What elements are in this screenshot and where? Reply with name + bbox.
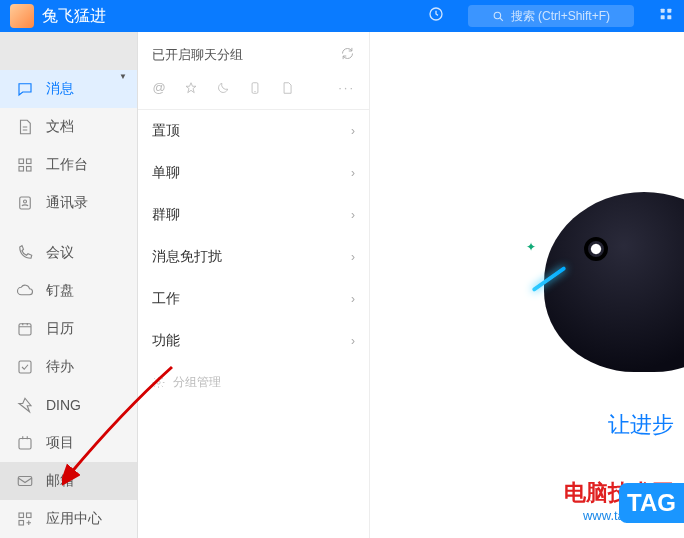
grid-icon xyxy=(16,156,34,174)
sidebar-item-messages[interactable]: 消息 xyxy=(0,70,137,108)
sidebar-item-mailbox[interactable]: 邮箱 xyxy=(0,462,137,500)
sidebar-item-ding[interactable]: DING xyxy=(0,386,137,424)
nav-label: 项目 xyxy=(46,434,74,452)
svg-rect-17 xyxy=(27,513,32,518)
doc-icon xyxy=(16,118,34,136)
nav-label: 邮箱 xyxy=(46,472,74,490)
chevron-right-icon: › xyxy=(351,166,355,180)
group-dnd[interactable]: 消息免打扰 › xyxy=(138,236,369,278)
apps-icon xyxy=(16,510,34,528)
sidebar-item-calendar[interactable]: 日历 xyxy=(0,310,137,348)
calendar-icon xyxy=(16,320,34,338)
history-icon[interactable] xyxy=(428,6,444,26)
mail-icon xyxy=(16,472,34,490)
svg-rect-3 xyxy=(667,9,671,13)
svg-rect-7 xyxy=(27,159,32,164)
title-left: 兔飞猛进 xyxy=(10,4,106,28)
cloud-icon xyxy=(16,282,34,300)
group-label: 置顶 xyxy=(152,122,180,140)
sidebar-item-drive[interactable]: 钉盘 xyxy=(0,272,137,310)
contact-icon xyxy=(16,194,34,212)
svg-rect-14 xyxy=(19,439,31,450)
svg-rect-8 xyxy=(19,166,24,171)
project-icon xyxy=(16,434,34,452)
sidebar-item-contacts[interactable]: 通讯录 xyxy=(0,184,137,222)
chat-groups-panel: 已开启聊天分组 @ ··· 置顶 › 单聊 xyxy=(138,32,370,538)
svg-point-1 xyxy=(494,12,501,19)
star-icon[interactable] xyxy=(184,81,198,95)
nav-label: 待办 xyxy=(46,358,74,376)
search-input[interactable]: 搜索 (Ctrl+Shift+F) xyxy=(468,5,634,27)
user-name: 兔飞猛进 xyxy=(42,6,106,27)
svg-point-11 xyxy=(24,200,27,203)
at-icon[interactable]: @ xyxy=(152,81,166,95)
sidebar-item-todo[interactable]: 待办 xyxy=(0,348,137,386)
avatar-area[interactable]: ▼ xyxy=(0,32,137,70)
sidebar-item-docs[interactable]: 文档 xyxy=(0,108,137,146)
chevron-right-icon: › xyxy=(351,124,355,138)
svg-rect-2 xyxy=(661,9,665,13)
chevron-right-icon: › xyxy=(351,250,355,264)
mascot-image: ✦ xyxy=(544,192,684,372)
sidebar-item-project[interactable]: 项目 xyxy=(0,424,137,462)
sidebar-item-appcenter[interactable]: 应用中心 xyxy=(0,500,137,538)
group-label: 群聊 xyxy=(152,206,180,224)
content-area: ✦ 让进步 电脑技术网 www.tagxp.com TAG xyxy=(370,32,684,538)
tagline-text: 让进步 xyxy=(608,410,674,440)
svg-rect-18 xyxy=(19,521,24,526)
more-icon[interactable]: ··· xyxy=(338,80,355,95)
svg-rect-13 xyxy=(19,361,31,373)
svg-rect-4 xyxy=(661,15,665,19)
svg-rect-5 xyxy=(667,15,671,19)
file-icon[interactable] xyxy=(280,81,294,95)
chevron-right-icon: › xyxy=(351,292,355,306)
filter-row: @ ··· xyxy=(138,74,369,110)
svg-rect-12 xyxy=(19,324,31,335)
phone-icon xyxy=(16,244,34,262)
tag-badge: TAG xyxy=(619,483,684,523)
nav-label: 通讯录 xyxy=(46,194,88,212)
group-pinned[interactable]: 置顶 › xyxy=(138,110,369,152)
chevron-right-icon: › xyxy=(351,208,355,222)
svg-rect-16 xyxy=(19,513,24,518)
sidebar: ▼ 消息 文档 工作台 通讯录 xyxy=(0,32,138,538)
group-label: 消息免打扰 xyxy=(152,248,222,266)
nav-label: 日历 xyxy=(46,320,74,338)
panel-header-text: 已开启聊天分组 xyxy=(152,46,243,64)
nav-label: 文档 xyxy=(46,118,74,136)
svg-rect-6 xyxy=(19,159,24,164)
group-label: 功能 xyxy=(152,332,180,350)
chevron-right-icon: › xyxy=(351,334,355,348)
nav-label: 钉盘 xyxy=(46,282,74,300)
todo-icon xyxy=(16,358,34,376)
nav-label: 会议 xyxy=(46,244,74,262)
caret-down-icon: ▼ xyxy=(119,72,127,81)
refresh-icon[interactable] xyxy=(340,46,355,64)
nav-label: DING xyxy=(46,397,81,413)
group-work[interactable]: 工作 › xyxy=(138,278,369,320)
app-avatar-icon[interactable] xyxy=(10,4,34,28)
title-bar: 兔飞猛进 搜索 (Ctrl+Shift+F) xyxy=(0,0,684,32)
group-single-chat[interactable]: 单聊 › xyxy=(138,152,369,194)
group-label: 工作 xyxy=(152,290,180,308)
apps-grid-icon[interactable] xyxy=(658,6,674,26)
nav-label: 消息 xyxy=(46,80,74,98)
sidebar-item-workspace[interactable]: 工作台 xyxy=(0,146,137,184)
nav-label: 应用中心 xyxy=(46,510,102,528)
search-placeholder: 搜索 (Ctrl+Shift+F) xyxy=(511,8,610,25)
moon-icon[interactable] xyxy=(216,81,230,95)
group-function[interactable]: 功能 › xyxy=(138,320,369,362)
svg-point-20 xyxy=(157,381,160,384)
group-group-chat[interactable]: 群聊 › xyxy=(138,194,369,236)
nav-label: 工作台 xyxy=(46,156,88,174)
ding-icon xyxy=(16,396,34,414)
svg-rect-9 xyxy=(27,166,32,171)
sidebar-item-meeting[interactable]: 会议 xyxy=(0,234,137,272)
group-manage-label: 分组管理 xyxy=(173,374,221,391)
group-label: 单聊 xyxy=(152,164,180,182)
group-manage[interactable]: 分组管理 xyxy=(138,362,369,403)
svg-rect-15 xyxy=(18,477,32,486)
chat-icon xyxy=(16,80,34,98)
mobile-icon[interactable] xyxy=(248,81,262,95)
